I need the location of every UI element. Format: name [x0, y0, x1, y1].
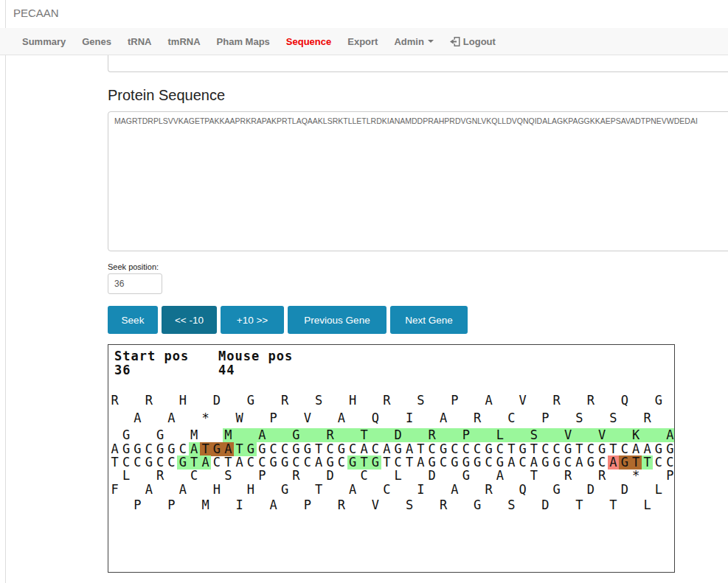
page-title: Protein Sequence — [108, 87, 225, 104]
logout-icon — [450, 37, 460, 46]
frame-row-3: G G M M A G R T D R P L S V V K A — [109, 428, 675, 442]
sequence-viewer[interactable]: Start pos Mouse pos 36 44 R R H D G R S … — [108, 344, 675, 573]
previous-gene-button[interactable]: Previous Gene — [288, 306, 386, 334]
tab-pham-maps[interactable]: Pham Maps — [209, 36, 278, 47]
chevron-down-icon — [428, 40, 434, 43]
page: PECAAN Summary Genes tRNA tmRNA Pham Map… — [0, 0, 728, 583]
tab-logout[interactable]: Logout — [442, 36, 504, 47]
start-pos-label: Start pos — [114, 349, 189, 363]
tab-admin[interactable]: Admin — [386, 36, 441, 47]
nav-tabs: Summary Genes tRNA tmRNA Pham Maps Seque… — [0, 28, 728, 55]
back-10-button[interactable]: << -10 — [162, 306, 217, 334]
tab-summary[interactable]: Summary — [14, 36, 74, 47]
frame-row-1: R R H D G R S H R S P A V R R Q G — [109, 394, 675, 408]
protein-sequence-textarea[interactable]: MAGRTDRPLSVVKAGETPAKKAAPRKRAPAKPRTLAQAAK… — [108, 111, 728, 251]
start-pos-value: 36 — [114, 363, 131, 377]
frame-row-4: L R C S P R D C L D G A T R R * P — [109, 469, 675, 483]
seek-button-row: Seek << -10 +10 >> Previous Gene Next Ge… — [108, 306, 468, 334]
seek-position-label: Seek position: — [108, 262, 159, 271]
forward-10-button[interactable]: +10 >> — [221, 306, 284, 334]
frame-row-6: P P M I A P R V S R G S D T T L — [109, 498, 675, 512]
tab-sequence[interactable]: Sequence — [278, 36, 339, 47]
tab-genes[interactable]: Genes — [74, 36, 119, 47]
frame-row-5: F A A H H G T A C I A R Q G D D L — [109, 483, 675, 497]
left-border-line — [5, 0, 6, 583]
tab-tmrna[interactable]: tmRNA — [160, 36, 209, 47]
mouse-pos-label: Mouse pos — [218, 349, 293, 363]
brand-logo[interactable]: PECAAN — [13, 7, 59, 19]
mouse-pos-value: 44 — [218, 363, 235, 377]
frame-row-2: A A * W P V A Q I A R C P S S R — [109, 411, 675, 425]
seek-position-input[interactable] — [108, 273, 162, 294]
tab-trna[interactable]: tRNA — [119, 36, 160, 47]
next-gene-button[interactable]: Next Gene — [390, 306, 468, 334]
seek-button[interactable]: Seek — [108, 306, 158, 334]
dna-sequence-box-partial[interactable] — [108, 55, 728, 72]
tab-export[interactable]: Export — [339, 36, 386, 47]
